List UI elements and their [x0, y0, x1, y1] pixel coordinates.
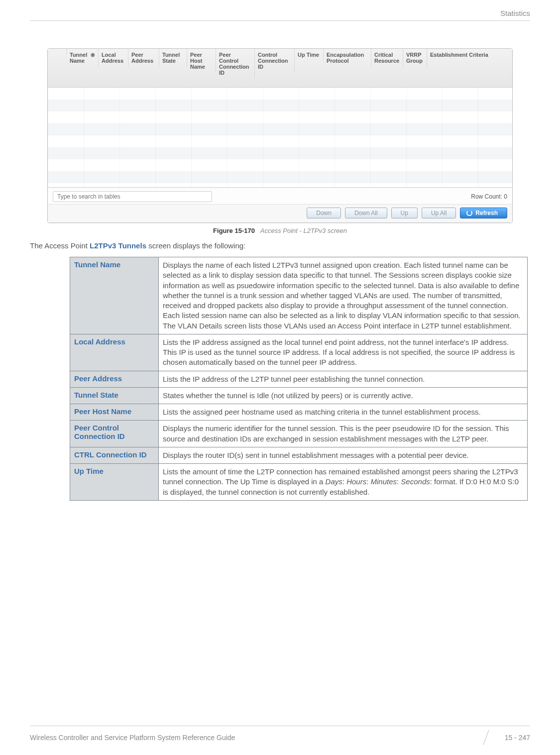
- refresh-button[interactable]: Refresh: [460, 208, 507, 218]
- page-number: 15 - 247: [505, 734, 530, 742]
- up-all-button[interactable]: Up All: [422, 208, 456, 218]
- row-count-label: Row Count:: [471, 193, 502, 200]
- col-control-conn-id[interactable]: Control Connection ID: [255, 49, 295, 73]
- table-row: Up Time Lists the amount of time the L2T…: [70, 464, 528, 501]
- row-key-peer-address: Peer Address: [70, 371, 159, 387]
- it-hours: Hours: [346, 477, 366, 486]
- row-val-tunnel-name: Displays the name of each listed L2TPv3 …: [159, 257, 528, 334]
- row-val-peer-host-name: Lists the assigned peer hostname used as…: [159, 404, 528, 421]
- table-search-input[interactable]: [53, 191, 212, 202]
- table-row: Peer Control Connection ID Displays the …: [70, 421, 528, 447]
- col-peer-address[interactable]: Peer Address: [128, 49, 159, 67]
- row-val-tunnel-state: States whether the tunnel is Idle (not u…: [159, 387, 528, 404]
- col-establishment-criteria[interactable]: Establishment Criteria: [427, 49, 512, 61]
- slash-icon: [483, 730, 503, 745]
- col-label: Encapsulation Protocol: [327, 52, 368, 64]
- up-button[interactable]: Up: [391, 208, 418, 218]
- row-key-tunnel-name: Tunnel Name: [70, 257, 159, 334]
- intro-keyword: L2TPv3 Tunnels: [90, 241, 146, 250]
- header-divider: [30, 20, 530, 21]
- col-label: VRRP Group: [406, 52, 424, 64]
- col-tunnel-state[interactable]: Tunnel State: [159, 49, 187, 67]
- col-up-time[interactable]: Up Time: [295, 49, 324, 61]
- col-label: Peer Control Connection ID: [219, 52, 251, 76]
- col-tunnel-name[interactable]: Tunnel Name ◉: [67, 49, 99, 67]
- row-key-local-address: Local Address: [70, 334, 159, 371]
- col-label: Up Time: [298, 52, 319, 58]
- description-table: Tunnel Name Displays the name of each li…: [70, 257, 528, 501]
- page-footer: Wireless Controller and Service Platform…: [30, 726, 530, 745]
- grid-body-empty: [48, 88, 512, 187]
- col-peer-host-name[interactable]: Peer Host Name: [187, 49, 216, 73]
- col-label: Establishment Criteria: [430, 52, 488, 58]
- grid-footer-search-row: Row Count: 0: [48, 189, 512, 204]
- col-critical-resource[interactable]: Critical Resource: [371, 49, 403, 67]
- col-vrrp-group[interactable]: VRRP Group: [403, 49, 427, 67]
- table-row: Tunnel Name Displays the name of each li…: [70, 257, 528, 334]
- row-key-ctrl-conn: CTRL Connection ID: [70, 447, 159, 463]
- col-label: Peer Address: [131, 52, 156, 64]
- row-count-value: 0: [504, 193, 507, 200]
- refresh-icon: [466, 210, 472, 216]
- it-days: Days: [326, 477, 342, 486]
- row-val-ctrl-conn: Displays the router ID(s) sent in tunnel…: [159, 447, 528, 463]
- it-minutes: Minutes: [370, 477, 397, 486]
- guide-title: Wireless Controller and Service Platform…: [30, 734, 235, 742]
- l2tpv3-screenshot: Tunnel Name ◉ Local Address Peer Address…: [47, 48, 513, 223]
- refresh-label: Refresh: [475, 210, 498, 216]
- grid-header: Tunnel Name ◉ Local Address Peer Address…: [48, 49, 512, 88]
- intro-prefix: The Access Point: [30, 241, 90, 250]
- down-all-button[interactable]: Down All: [345, 208, 387, 218]
- figure-title: Access Point - L2TPv3 screen: [260, 227, 347, 234]
- col-label: Tunnel Name: [70, 52, 89, 64]
- down-button[interactable]: Down: [307, 208, 341, 218]
- col-local-address[interactable]: Local Address: [99, 49, 128, 67]
- col-encapsulation-protocol[interactable]: Encapsulation Protocol: [324, 49, 371, 67]
- intro-suffix: screen displays the following:: [146, 241, 245, 250]
- row-key-peer-host-name: Peer Host Name: [70, 404, 159, 421]
- col-selector[interactable]: [48, 49, 67, 55]
- it-seconds: Seconds: [401, 477, 430, 486]
- col-label: Tunnel State: [162, 52, 184, 64]
- figure-label: Figure 15-170: [213, 227, 255, 234]
- intro-text: The Access Point L2TPv3 Tunnels screen d…: [30, 241, 530, 250]
- row-val-peer-address: Lists the IP address of the L2TP tunnel …: [159, 371, 528, 387]
- table-row: Peer Address Lists the IP address of the…: [70, 371, 528, 387]
- row-count: Row Count: 0: [471, 193, 507, 200]
- grid-footer-buttons: Down Down All Up Up All Refresh: [48, 204, 512, 222]
- header-section-label: Statistics: [30, 9, 530, 17]
- row-key-peer-ctrl-conn: Peer Control Connection ID: [70, 421, 159, 447]
- col-label: Control Connection ID: [258, 52, 291, 70]
- row-val-up-time: Lists the amount of time the L2TP connec…: [159, 464, 528, 501]
- row-key-tunnel-state: Tunnel State: [70, 387, 159, 404]
- col-peer-control-conn-id[interactable]: Peer Control Connection ID: [216, 49, 255, 79]
- row-val-local-address: Lists the IP address assigned as the loc…: [159, 334, 528, 371]
- figure-caption: Figure 15-170 Access Point - L2TPv3 scre…: [30, 227, 530, 234]
- table-row: Peer Host Name Lists the assigned peer h…: [70, 404, 528, 421]
- col-label: Peer Host Name: [190, 52, 213, 70]
- table-row: Local Address Lists the IP address assig…: [70, 334, 528, 371]
- sep1: :: [342, 477, 346, 486]
- col-label: Local Address: [102, 52, 125, 64]
- page-number-block: 15 - 247: [486, 730, 530, 745]
- row-key-up-time: Up Time: [70, 464, 159, 501]
- row-val-peer-ctrl-conn: Displays the numeric identifier for the …: [159, 421, 528, 447]
- col-label: Critical Resource: [374, 52, 400, 64]
- table-row: CTRL Connection ID Displays the router I…: [70, 447, 528, 463]
- table-row: Tunnel State States whether the tunnel i…: [70, 387, 528, 404]
- sort-icon: ◉: [91, 52, 95, 57]
